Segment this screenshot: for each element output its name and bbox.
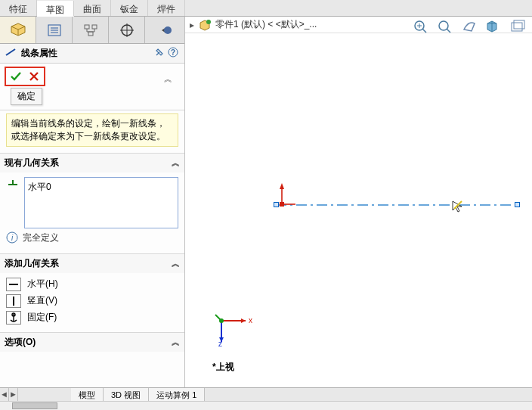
section-view-icon[interactable] — [484, 18, 503, 35]
bottom-tab-bar: ◄ ► 模型 3D 视图 运动算例 1 — [0, 387, 532, 401]
tab-scroll-right[interactable]: ► — [9, 388, 18, 401]
ok-tooltip: 确定 — [11, 88, 42, 105]
confirm-cancel-row — [5, 67, 45, 86]
property-header: 线条属性 ? — [0, 44, 184, 64]
breadcrumb-arrow-icon[interactable]: ▸ — [190, 20, 194, 30]
anchor-icon — [6, 311, 21, 325]
pm-tab-config[interactable] — [73, 17, 109, 43]
svg-rect-25 — [512, 23, 522, 31]
add-relation-horizontal[interactable]: 水平(H) — [6, 276, 178, 293]
ribbon-tabs: 特征 草图 曲面 钣金 焊件 — [0, 0, 532, 17]
appearance-icon[interactable] — [459, 18, 479, 35]
check-icon — [10, 70, 22, 82]
sketch-centerline[interactable] — [276, 204, 518, 206]
part-icon — [199, 19, 212, 31]
chevron-up-icon: ︽ — [172, 157, 180, 169]
relation-item[interactable]: 水平0 — [28, 181, 175, 194]
scrollbar-thumb[interactable] — [12, 402, 57, 409]
display-style-icon[interactable] — [508, 18, 527, 35]
tab-features[interactable]: 特征 — [0, 0, 37, 16]
svg-text:?: ? — [171, 48, 175, 57]
zoom-to-fit-icon[interactable] — [411, 18, 431, 35]
svg-line-35 — [215, 315, 221, 321]
close-icon — [29, 71, 39, 82]
svg-text:i: i — [11, 234, 14, 242]
orientation-triad[interactable]: x z — [212, 301, 258, 349]
tab-surfaces[interactable]: 曲面 — [74, 0, 111, 16]
pm-tab-row — [0, 17, 184, 44]
view-toolbar — [411, 18, 527, 35]
pin-icon[interactable] — [153, 48, 166, 59]
svg-line-22 — [422, 29, 426, 33]
existing-relations-list[interactable]: 水平0 — [24, 177, 178, 228]
chevron-up-icon: ︽ — [172, 258, 180, 269]
svg-line-24 — [447, 29, 450, 33]
svg-rect-6 — [88, 32, 93, 36]
view-orientation-label: *上视 — [212, 361, 234, 374]
cursor-pointer — [451, 200, 465, 216]
arrow-icon — [157, 23, 172, 38]
message-box: 编辑当前线条的设定，绘制一新线条，或选择确定来为下一新线条更改设定。 — [6, 113, 178, 147]
collapse-icon[interactable]: ︽ — [164, 74, 172, 83]
tab-sketch[interactable]: 草图 — [37, 1, 74, 17]
vertical-icon — [6, 294, 21, 308]
tree-icon — [82, 23, 99, 38]
definition-status: i 完全定义 — [6, 228, 178, 247]
info-icon: i — [6, 231, 18, 244]
add-relation-fixed[interactable]: 固定(F) — [6, 309, 178, 326]
svg-rect-30 — [280, 202, 284, 207]
ok-button[interactable] — [9, 70, 23, 83]
bottom-tab-model[interactable]: 模型 — [71, 388, 104, 401]
graphics-viewport[interactable]: ▸ 零件1 (默认) < <默认>_... — [185, 17, 532, 387]
triad-z-label: z — [218, 340, 222, 346]
pm-tab-property[interactable] — [36, 17, 73, 43]
pm-tab-feature[interactable] — [0, 17, 36, 43]
bottom-tab-3dview[interactable]: 3D 视图 — [104, 388, 149, 401]
relation-h-icon — [6, 175, 20, 228]
add-relations-header[interactable]: 添加几何关系 ︽ — [0, 254, 184, 273]
existing-relations-header[interactable]: 现有几何关系 ︽ — [0, 154, 184, 172]
cube-icon — [8, 22, 28, 39]
pm-tab-overflow[interactable] — [145, 17, 184, 43]
chevron-up-icon: ︽ — [172, 337, 180, 348]
property-manager-panel: 线条属性 ? ︽ — [0, 17, 185, 387]
line-endpoint-right[interactable] — [515, 202, 520, 207]
tab-scroll-left[interactable]: ◄ — [0, 388, 9, 401]
zoom-area-icon[interactable] — [435, 18, 455, 35]
svg-point-10 — [164, 26, 172, 34]
horizontal-scrollbar[interactable] — [0, 401, 532, 410]
tab-weldments[interactable]: 焊件 — [148, 0, 185, 16]
line-icon — [5, 47, 17, 60]
triad-x-label: x — [249, 316, 252, 325]
horizontal-icon — [6, 278, 21, 291]
svg-rect-4 — [85, 25, 89, 29]
crosshair-icon — [119, 22, 135, 39]
svg-point-20 — [206, 20, 211, 24]
svg-rect-5 — [92, 25, 97, 29]
list-icon — [46, 23, 63, 38]
options-header[interactable]: 选项(O) ︽ — [0, 333, 184, 352]
property-title: 线条属性 — [21, 47, 57, 60]
svg-line-11 — [6, 49, 15, 55]
svg-rect-26 — [514, 20, 524, 29]
pm-tab-dimxpert[interactable] — [109, 17, 145, 43]
add-relation-vertical[interactable]: 竖直(V) — [6, 293, 178, 309]
sketch-origin[interactable] — [276, 182, 298, 212]
tab-sheetmetal[interactable]: 钣金 — [111, 0, 148, 16]
breadcrumb-text[interactable]: 零件1 (默认) < <默认>_... — [215, 18, 317, 31]
help-icon[interactable]: ? — [166, 47, 180, 60]
cancel-button[interactable] — [27, 70, 41, 83]
bottom-tab-motion[interactable]: 运动算例 1 — [149, 388, 205, 401]
